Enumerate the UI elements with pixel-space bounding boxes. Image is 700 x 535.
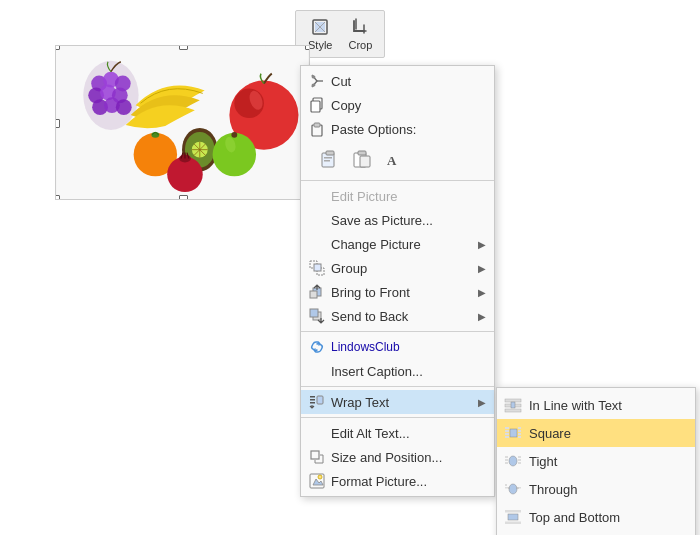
handle-tl[interactable] [55, 45, 60, 50]
inline-label: In Line with Text [529, 398, 622, 413]
menu-item-change-picture[interactable]: Change Picture ▶ [301, 232, 494, 256]
group-label: Group [331, 261, 367, 276]
svg-rect-66 [518, 456, 521, 458]
separator-3 [301, 386, 494, 387]
menu-item-copy[interactable]: Copy [301, 93, 494, 117]
svg-rect-57 [505, 436, 509, 438]
alt-text-icon [307, 425, 327, 441]
svg-rect-64 [505, 459, 508, 461]
svg-rect-45 [310, 396, 315, 398]
svg-rect-44 [310, 309, 318, 317]
square-label: Square [529, 426, 571, 441]
change-picture-label: Change Picture [331, 237, 421, 252]
group-arrow: ▶ [478, 263, 486, 274]
crop-label: Crop [348, 39, 372, 51]
svg-rect-33 [324, 160, 330, 162]
svg-rect-61 [518, 436, 521, 438]
svg-rect-59 [518, 430, 521, 432]
top-bottom-label: Top and Bottom [529, 510, 620, 525]
menu-item-edit-alt-text[interactable]: Edit Alt Text... [301, 421, 494, 445]
copy-icon [307, 97, 327, 113]
bring-front-label: Bring to Front [331, 285, 410, 300]
menu-item-insert-caption[interactable]: Insert Caption... [301, 359, 494, 383]
submenu-item-top-bottom[interactable]: Top and Bottom [497, 503, 695, 531]
svg-rect-29 [314, 123, 320, 127]
edit-alt-text-label: Edit Alt Text... [331, 426, 410, 441]
format-picture-icon [307, 473, 327, 489]
separator-2 [301, 331, 494, 332]
svg-rect-68 [518, 462, 521, 464]
save-picture-icon [307, 212, 327, 228]
bring-front-arrow: ▶ [478, 287, 486, 298]
style-label: Style [308, 39, 332, 51]
send-back-icon [307, 308, 327, 324]
size-position-icon [307, 449, 327, 465]
inline-icon [503, 395, 523, 415]
crop-button[interactable]: Crop [344, 15, 376, 53]
change-picture-arrow: ▶ [478, 239, 486, 250]
group-icon [307, 260, 327, 276]
paste-text-only-btn[interactable]: A [381, 145, 409, 173]
svg-rect-46 [310, 399, 315, 401]
insert-caption-label: Insert Caption... [331, 364, 423, 379]
svg-text:A: A [387, 153, 397, 168]
submenu-item-inline[interactable]: In Line with Text [497, 391, 695, 419]
paste-icon [307, 121, 327, 137]
cut-label: Cut [331, 74, 351, 89]
paste-merge-formatting-btn[interactable] [349, 145, 377, 173]
submenu-item-square[interactable]: Square [497, 419, 695, 447]
svg-point-91 [318, 475, 322, 479]
svg-rect-63 [505, 456, 508, 458]
menu-item-cut[interactable]: Cut [301, 69, 494, 93]
svg-rect-74 [505, 510, 521, 513]
svg-rect-89 [311, 451, 319, 459]
menu-item-send-to-back[interactable]: Send to Back ▶ [301, 304, 494, 328]
svg-rect-48 [317, 396, 323, 404]
menu-item-link[interactable]: LindowsClub [301, 335, 494, 359]
paste-keep-source-btn[interactable] [317, 145, 345, 173]
handle-bl[interactable] [55, 195, 60, 200]
svg-rect-49 [505, 399, 521, 402]
svg-rect-52 [505, 409, 521, 412]
handle-ml[interactable] [55, 119, 60, 128]
svg-rect-72 [519, 487, 521, 489]
svg-point-62 [509, 456, 517, 466]
submenu-item-through[interactable]: Through [497, 475, 695, 503]
menu-item-wrap-text[interactable]: Wrap Text ▶ In Line with Text Square [301, 390, 494, 414]
svg-rect-56 [505, 433, 509, 435]
tight-label: Tight [529, 454, 557, 469]
link-label: LindowsClub [331, 340, 400, 354]
through-icon [503, 479, 523, 499]
menu-item-format-picture[interactable]: Format Picture... [301, 469, 494, 493]
wrap-text-label: Wrap Text [331, 395, 389, 410]
svg-rect-32 [324, 157, 332, 159]
submenu-item-tight[interactable]: Tight [497, 447, 695, 475]
menu-item-paste-options-label: Paste Options: [301, 117, 494, 141]
image-placeholder [55, 45, 310, 200]
handle-bc[interactable] [179, 195, 188, 200]
svg-rect-53 [510, 429, 517, 437]
through-label: Through [529, 482, 577, 497]
format-picture-label: Format Picture... [331, 474, 427, 489]
svg-rect-70 [505, 484, 507, 486]
svg-rect-47 [310, 402, 315, 404]
svg-rect-51 [511, 402, 515, 408]
handle-tr[interactable] [305, 45, 310, 50]
handle-tc[interactable] [179, 45, 188, 50]
save-picture-label: Save as Picture... [331, 213, 433, 228]
wrap-text-icon [307, 394, 327, 410]
size-position-label: Size and Position... [331, 450, 442, 465]
square-wrap-icon [503, 423, 523, 443]
svg-rect-73 [508, 514, 518, 520]
menu-item-save-as-picture[interactable]: Save as Picture... [301, 208, 494, 232]
submenu-item-behind-text[interactable]: Behind Text [497, 531, 695, 535]
menu-item-bring-to-front[interactable]: Bring to Front ▶ [301, 280, 494, 304]
tight-icon [503, 451, 523, 471]
menu-item-group[interactable]: Group ▶ [301, 256, 494, 280]
svg-rect-31 [326, 151, 334, 155]
svg-rect-67 [518, 459, 521, 461]
svg-rect-54 [505, 427, 509, 429]
menu-item-size-position[interactable]: Size and Position... [301, 445, 494, 469]
context-menu: Cut Copy Paste Options: A Edit Picture [300, 65, 495, 497]
wrap-text-arrow: ▶ [478, 397, 486, 408]
